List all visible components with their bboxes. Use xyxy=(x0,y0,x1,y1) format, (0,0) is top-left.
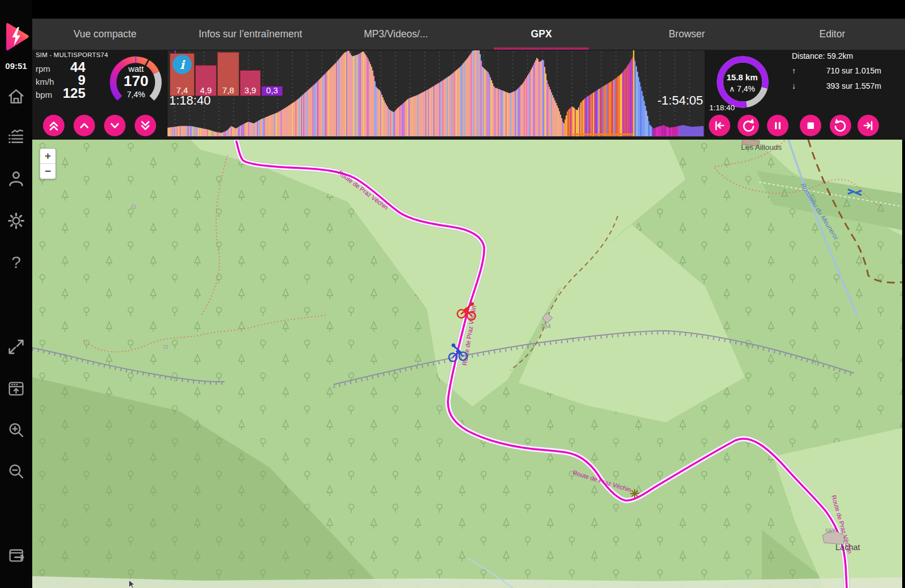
up-button[interactable] xyxy=(74,115,95,136)
metric-hr: bpm 125 xyxy=(36,85,85,101)
tab-label: Browser xyxy=(669,28,705,40)
fullscreen-icon[interactable] xyxy=(7,338,25,356)
skip-start-button[interactable] xyxy=(709,115,730,136)
watt-grade: 7,4% xyxy=(127,90,145,99)
sim-label: SIM - MULTISPORTS74 xyxy=(36,51,108,58)
tab-mp3-videos[interactable]: MP3/Videos/... xyxy=(323,19,468,50)
zoom-in-button[interactable]: + xyxy=(40,149,55,163)
map-zoom-out-icon[interactable] xyxy=(7,462,25,480)
double-chevron-up-icon xyxy=(45,116,63,135)
chevron-up-icon xyxy=(75,116,93,135)
exit-icon[interactable] xyxy=(7,546,25,564)
refresh-icon xyxy=(831,116,850,135)
grade-segment-label: 7,8 xyxy=(218,85,239,95)
app-window: Vue compacte Infos sur l’entraînement MP… xyxy=(0,0,905,588)
grade-segment-label: 3,9 xyxy=(240,85,260,95)
tab-label: GPX xyxy=(531,28,552,40)
window-top-strip xyxy=(0,0,905,19)
place-label: Les Aillouds xyxy=(741,143,782,152)
info-glyph: i xyxy=(180,58,184,72)
watt-value: 170 xyxy=(124,72,149,89)
tab-infos-entrainement[interactable]: Infos sur l’entraînement xyxy=(178,19,323,50)
info-icon[interactable]: i xyxy=(173,55,192,74)
tab-bar: Vue compacte Infos sur l’entraînement MP… xyxy=(32,19,905,50)
remaining-time: -1:54:05 xyxy=(618,93,703,108)
down-button[interactable] xyxy=(104,115,126,136)
workout-list-icon[interactable] xyxy=(7,128,25,146)
gauge-track xyxy=(152,73,158,98)
total-descent-row: ↓ 393 sur 1.557m xyxy=(792,81,881,90)
watt-gauge: watt 170 7,4% xyxy=(107,53,164,112)
home-icon[interactable] xyxy=(7,88,25,105)
tab-label: Editor xyxy=(820,28,846,40)
profile-icon[interactable] xyxy=(7,170,25,187)
clock: 09:51 xyxy=(0,61,32,71)
grade-segment: 4,9 xyxy=(195,65,217,96)
elapsed-time: 1:18:40 xyxy=(169,93,210,108)
double-chevron-down-icon xyxy=(136,116,154,135)
pause-button[interactable] xyxy=(767,115,788,136)
sidebar: 09:51 ? xyxy=(0,0,32,588)
grade-segment: 7,8 xyxy=(217,52,239,96)
up-arrow-icon: ↑ xyxy=(792,66,796,75)
svg-text:?: ? xyxy=(11,253,21,271)
skip-start-icon xyxy=(710,116,729,135)
refresh-button[interactable] xyxy=(830,115,851,136)
distance-grade: ∧ 7,4% xyxy=(729,84,755,93)
tab-label: Infos sur l’entraînement xyxy=(199,28,302,40)
descent-value: 393 sur 1.557m xyxy=(826,81,881,90)
stop-icon xyxy=(801,116,820,135)
tab-browser[interactable]: Browser xyxy=(614,19,760,50)
tab-editor[interactable]: Editor xyxy=(760,19,905,50)
restart-button[interactable] xyxy=(738,115,759,136)
map-zoom-in-icon[interactable] xyxy=(7,421,25,439)
grade-segment: 0,3 xyxy=(261,86,283,96)
tab-label: Vue compacte xyxy=(74,28,136,40)
ascent-value: 710 sur 1.015m xyxy=(826,66,881,75)
down-arrow-icon: ↓ xyxy=(792,81,796,90)
collapse-all-button[interactable] xyxy=(43,115,64,136)
settings-icon[interactable] xyxy=(7,212,25,230)
elevation-label: 557 xyxy=(825,528,835,534)
total-distance: Distance: 59.2km xyxy=(792,51,853,60)
dashboard: SIM - MULTISPORTS74 rpm 44 km/h 9 bpm 12… xyxy=(32,50,905,141)
total-ascent-row: ↑ 710 sur 1.015m xyxy=(792,66,881,75)
import-window-icon[interactable] xyxy=(7,380,25,397)
chevron-down-icon xyxy=(106,116,124,135)
help-icon[interactable]: ? xyxy=(7,253,25,271)
restart-icon xyxy=(739,116,757,135)
zoom-out-button[interactable]: − xyxy=(40,164,55,179)
metric-value: 125 xyxy=(63,85,85,101)
gauge-time: 1:18:40 xyxy=(709,103,735,112)
metric-label: bpm xyxy=(36,90,52,100)
stop-button[interactable] xyxy=(800,115,821,136)
total-distance-row: Distance: 59.2km xyxy=(792,51,881,60)
grade-segment-label: 0,3 xyxy=(262,85,282,95)
tab-label: MP3/Videos/... xyxy=(364,28,428,40)
expand-all-button[interactable] xyxy=(135,115,156,136)
map-zoom-control: + − xyxy=(40,148,56,179)
map-view[interactable]: Les Aillouds Lachat 384 557 Route de Pra… xyxy=(32,140,902,588)
tab-vue-compacte[interactable]: Vue compacte xyxy=(32,19,178,50)
grade-segment: 3,9 xyxy=(240,70,261,96)
distance-value: 15.8 km xyxy=(726,72,757,82)
app-logo[interactable] xyxy=(2,20,31,55)
skip-end-button[interactable] xyxy=(857,115,879,136)
skip-end-icon xyxy=(859,116,877,135)
pause-icon xyxy=(769,116,787,135)
elevation-label: 384 xyxy=(541,323,551,330)
tab-gpx[interactable]: GPX xyxy=(469,19,614,50)
